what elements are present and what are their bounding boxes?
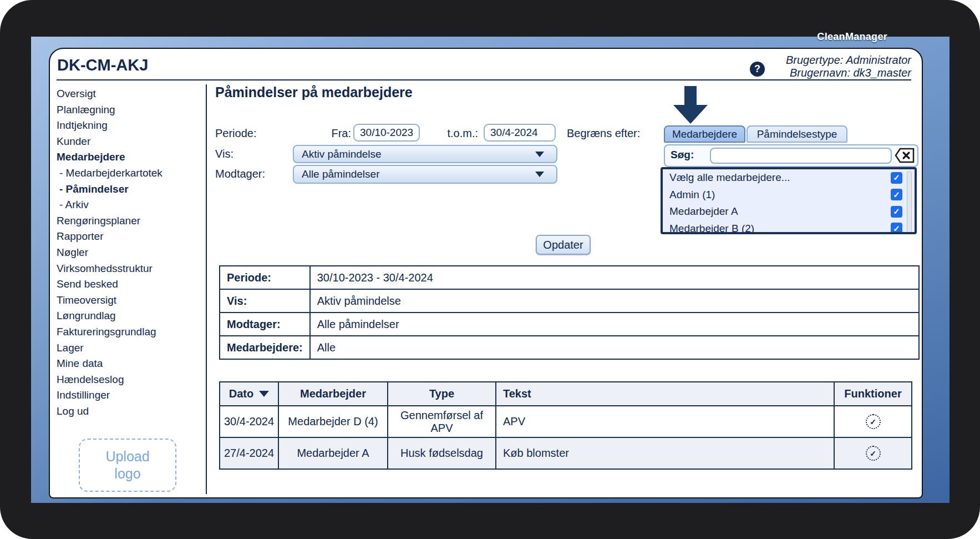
sidebar-item-indtjekning[interactable]: Indtjekning <box>57 118 205 134</box>
opdater-button[interactable]: Opdater <box>536 235 591 255</box>
sidebar-item-log-ud[interactable]: Log ud <box>57 404 205 420</box>
chevron-down-icon <box>535 172 544 177</box>
summary-label: Vis: <box>220 289 310 313</box>
chevron-down-icon <box>535 152 544 157</box>
column-header-dato[interactable]: Dato <box>220 382 278 406</box>
modtager-dropdown-value: Alle påmindelser <box>302 168 379 180</box>
sidebar-item-noegler[interactable]: Nøgler <box>57 245 205 261</box>
complete-reminder-icon[interactable]: ✓ <box>866 414 881 429</box>
clear-search-icon[interactable] <box>894 147 915 164</box>
search-label: Søg: <box>671 149 694 161</box>
sidebar-item-send-besked[interactable]: Send besked <box>57 276 205 293</box>
modtager-dropdown[interactable]: Alle påmindelser <box>293 165 557 184</box>
fra-label: Fra: <box>309 127 351 140</box>
complete-reminder-icon[interactable]: ✓ <box>866 446 881 461</box>
table-row: Vis:Aktiv påmindelse <box>220 289 919 313</box>
username-label: Brugernavn: dk3_master <box>786 67 911 79</box>
summary-label: Periode: <box>220 266 310 289</box>
sidebar-item-paamindelser[interactable]: - Påmindelser <box>57 182 205 198</box>
employee-option-admin[interactable]: Admin (1) ✓ <box>663 187 915 204</box>
cleanmanager-logo: CleanManager <box>817 31 887 43</box>
sidebar-item-kunder[interactable]: Kunder <box>57 134 205 150</box>
check-glyph: ✓ <box>870 417 876 426</box>
sidebar-item-indstillinger[interactable]: Indstillinger <box>57 387 205 404</box>
sidebar-item-faktureringsgrundlag[interactable]: Faktureringsgrundlag <box>57 324 205 340</box>
search-input[interactable] <box>710 148 892 164</box>
cell-tekst: APV <box>496 406 834 437</box>
tab-medarbejdere[interactable]: Medarbejdere <box>664 125 745 143</box>
vis-dropdown[interactable]: Aktiv påmindelse <box>293 145 557 163</box>
cell-medarbejder: Medarbejder D (4) <box>278 406 388 437</box>
cell-dato: 27/4-2024 <box>220 437 278 469</box>
column-header-type[interactable]: Type <box>388 382 496 406</box>
user-info: Brugertype: Administrator Brugernavn: dk… <box>786 54 911 79</box>
reminders-table: Dato Medarbejder Type Tekst Funktioner 3… <box>219 381 912 470</box>
check-glyph: ✓ <box>893 224 900 234</box>
checkbox-checked-icon[interactable]: ✓ <box>891 206 902 218</box>
sidebar-item-planlaegning[interactable]: Planlægning <box>57 102 205 118</box>
summary-value: 30/10-2023 - 30/4-2024 <box>310 266 919 289</box>
help-icon[interactable]: ? <box>750 62 765 77</box>
employee-option-a[interactable]: Medarbejder A ✓ <box>663 203 915 220</box>
sidebar-item-mine-data[interactable]: Mine data <box>57 356 205 372</box>
tom-label: t.o.m.: <box>423 127 478 140</box>
summary-value: Alle påmindelser <box>310 313 919 336</box>
content-divider <box>206 84 207 494</box>
fra-date-input[interactable] <box>353 124 420 142</box>
cell-tekst: Køb blomster <box>496 437 834 469</box>
check-glyph: ✓ <box>870 449 876 458</box>
cell-type: Gennemførsel af APV <box>388 406 496 437</box>
sidebar-item-lager[interactable]: Lager <box>57 340 205 356</box>
tab-paamindelsestype[interactable]: Påmindelsestype <box>747 125 847 143</box>
upload-logo-button[interactable]: Upload logo <box>79 439 176 492</box>
column-header-medarbejder[interactable]: Medarbejder <box>278 382 388 406</box>
employee-multiselect: Vælg alle medarbejdere... ✓ Admin (1) ✓ … <box>661 167 917 234</box>
employee-option-b[interactable]: Medarbejder B (2) ✓ <box>663 220 915 235</box>
cell-funktioner: ✓ <box>834 406 912 437</box>
employee-option-label: Admin (1) <box>669 189 715 201</box>
column-header-tekst[interactable]: Tekst <box>496 382 834 406</box>
modtager-label: Modtager: <box>215 168 265 180</box>
employee-option-label: Medarbejder A <box>669 205 738 218</box>
sidebar-item-medarbejderkartotek[interactable]: - Medarbejderkartotek <box>57 165 205 182</box>
checkbox-checked-icon[interactable]: ✓ <box>891 223 902 234</box>
check-glyph: ✓ <box>893 173 900 183</box>
sidebar-item-arkiv[interactable]: - Arkiv <box>57 197 205 213</box>
sidebar-item-medarbejdere[interactable]: Medarbejdere <box>57 149 205 165</box>
sidebar-item-loengrundlag[interactable]: Løngrundlag <box>57 308 205 324</box>
sort-desc-icon <box>259 391 269 397</box>
summary-value: Alle <box>310 336 919 359</box>
sidebar-item-timeoversigt[interactable]: Timeoversigt <box>57 293 205 309</box>
down-arrow-icon <box>673 86 708 124</box>
check-glyph: ✓ <box>893 190 900 200</box>
tom-date-input[interactable] <box>484 124 556 142</box>
summary-value: Aktiv påmindelse <box>310 289 919 313</box>
sidebar-item-rapporter[interactable]: Rapporter <box>57 229 205 245</box>
sidebar-nav: Oversigt Planlægning Indtjekning Kunder … <box>57 86 205 419</box>
periode-label: Periode: <box>215 127 257 140</box>
cell-medarbejder: Medarbejder A <box>278 437 388 469</box>
checkbox-checked-icon[interactable]: ✓ <box>891 172 902 184</box>
checkbox-checked-icon[interactable]: ✓ <box>891 189 902 200</box>
usertype-label: Brugertype: Administrator <box>786 54 911 67</box>
table-row: 27/4-2024 Medarbejder A Husk fødselsdag … <box>220 437 912 469</box>
sidebar-item-oversigt[interactable]: Oversigt <box>57 86 205 102</box>
sidebar-item-rengoeringsplaner[interactable]: Rengøringsplaner <box>57 213 205 229</box>
content-title: Påmindelser på medarbejdere <box>215 84 413 100</box>
employee-option-select-all[interactable]: Vælg alle medarbejdere... ✓ <box>663 169 915 187</box>
table-row: 30/4-2024 Medarbejder D (4) Gennemførsel… <box>220 406 912 437</box>
filter-summary-table: Periode:30/10-2023 - 30/4-2024 Vis:Aktiv… <box>219 265 920 360</box>
page-title: DK-CM-AKJ <box>57 56 148 74</box>
table-row: Periode:30/10-2023 - 30/4-2024 <box>220 266 919 289</box>
table-header-row: Dato Medarbejder Type Tekst Funktioner <box>220 382 912 406</box>
column-header-funktioner[interactable]: Funktioner <box>834 382 912 406</box>
sidebar-item-haendelseslog[interactable]: Hændelseslog <box>57 372 205 388</box>
sidebar-item-virksomhedsstruktur[interactable]: Virksomhedsstruktur <box>57 261 205 277</box>
employee-option-label: Vælg alle medarbejdere... <box>669 172 790 184</box>
cell-funktioner: ✓ <box>834 437 912 469</box>
dato-header-label: Dato <box>229 387 253 400</box>
scrollbar[interactable] <box>907 171 912 233</box>
check-glyph: ✓ <box>893 206 900 216</box>
employee-option-label: Medarbejder B (2) <box>669 223 754 234</box>
app-window: CleanManager DK-CM-AKJ ? Brugertype: Adm… <box>0 0 980 539</box>
